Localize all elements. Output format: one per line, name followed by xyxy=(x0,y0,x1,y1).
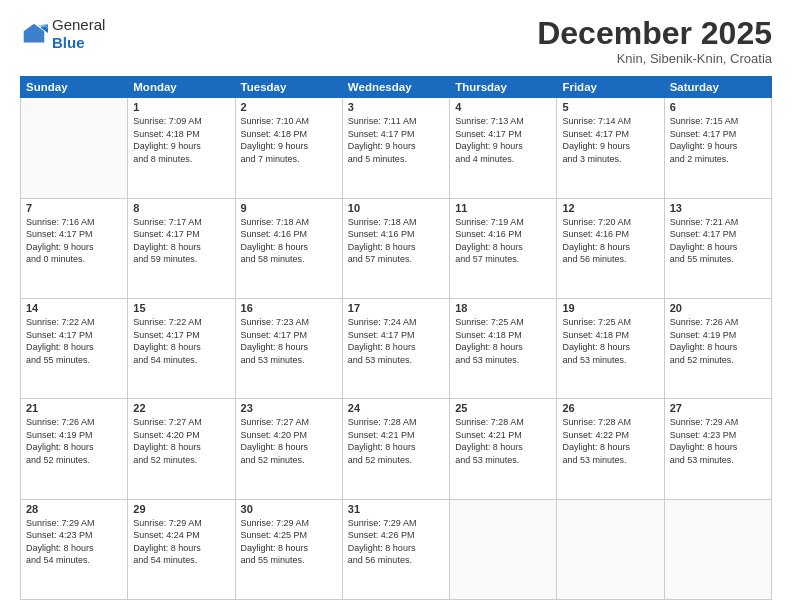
col-saturday: Saturday xyxy=(664,77,771,98)
table-cell: 31Sunrise: 7:29 AMSunset: 4:26 PMDayligh… xyxy=(342,499,449,599)
col-friday: Friday xyxy=(557,77,664,98)
day-info: Sunrise: 7:23 AMSunset: 4:17 PMDaylight:… xyxy=(241,316,337,366)
day-number: 5 xyxy=(562,101,658,113)
table-cell: 3Sunrise: 7:11 AMSunset: 4:17 PMDaylight… xyxy=(342,98,449,198)
day-number: 24 xyxy=(348,402,444,414)
table-cell xyxy=(450,499,557,599)
table-cell: 10Sunrise: 7:18 AMSunset: 4:16 PMDayligh… xyxy=(342,198,449,298)
table-cell: 14Sunrise: 7:22 AMSunset: 4:17 PMDayligh… xyxy=(21,298,128,398)
day-number: 28 xyxy=(26,503,122,515)
day-number: 15 xyxy=(133,302,229,314)
table-cell: 29Sunrise: 7:29 AMSunset: 4:24 PMDayligh… xyxy=(128,499,235,599)
calendar: Sunday Monday Tuesday Wednesday Thursday… xyxy=(20,76,772,600)
day-info: Sunrise: 7:25 AMSunset: 4:18 PMDaylight:… xyxy=(562,316,658,366)
col-thursday: Thursday xyxy=(450,77,557,98)
day-info: Sunrise: 7:28 AMSunset: 4:22 PMDaylight:… xyxy=(562,416,658,466)
day-info: Sunrise: 7:19 AMSunset: 4:16 PMDaylight:… xyxy=(455,216,551,266)
table-cell: 16Sunrise: 7:23 AMSunset: 4:17 PMDayligh… xyxy=(235,298,342,398)
day-number: 31 xyxy=(348,503,444,515)
day-number: 13 xyxy=(670,202,766,214)
day-info: Sunrise: 7:29 AMSunset: 4:26 PMDaylight:… xyxy=(348,517,444,567)
day-info: Sunrise: 7:26 AMSunset: 4:19 PMDaylight:… xyxy=(670,316,766,366)
table-cell: 17Sunrise: 7:24 AMSunset: 4:17 PMDayligh… xyxy=(342,298,449,398)
day-number: 2 xyxy=(241,101,337,113)
day-info: Sunrise: 7:27 AMSunset: 4:20 PMDaylight:… xyxy=(133,416,229,466)
logo-icon xyxy=(20,20,48,48)
week-row-2: 7Sunrise: 7:16 AMSunset: 4:17 PMDaylight… xyxy=(21,198,772,298)
week-row-5: 28Sunrise: 7:29 AMSunset: 4:23 PMDayligh… xyxy=(21,499,772,599)
table-cell: 7Sunrise: 7:16 AMSunset: 4:17 PMDaylight… xyxy=(21,198,128,298)
table-cell: 4Sunrise: 7:13 AMSunset: 4:17 PMDaylight… xyxy=(450,98,557,198)
day-info: Sunrise: 7:29 AMSunset: 4:25 PMDaylight:… xyxy=(241,517,337,567)
day-number: 4 xyxy=(455,101,551,113)
day-number: 18 xyxy=(455,302,551,314)
day-number: 29 xyxy=(133,503,229,515)
page: General Blue December 2025 Knin, Sibenik… xyxy=(0,0,792,612)
day-number: 22 xyxy=(133,402,229,414)
day-info: Sunrise: 7:20 AMSunset: 4:16 PMDaylight:… xyxy=(562,216,658,266)
day-info: Sunrise: 7:22 AMSunset: 4:17 PMDaylight:… xyxy=(26,316,122,366)
col-sunday: Sunday xyxy=(21,77,128,98)
table-cell: 1Sunrise: 7:09 AMSunset: 4:18 PMDaylight… xyxy=(128,98,235,198)
day-info: Sunrise: 7:24 AMSunset: 4:17 PMDaylight:… xyxy=(348,316,444,366)
day-number: 14 xyxy=(26,302,122,314)
logo: General Blue xyxy=(20,16,105,52)
col-wednesday: Wednesday xyxy=(342,77,449,98)
logo-general: General xyxy=(52,16,105,33)
day-number: 26 xyxy=(562,402,658,414)
day-number: 25 xyxy=(455,402,551,414)
calendar-header-row: Sunday Monday Tuesday Wednesday Thursday… xyxy=(21,77,772,98)
table-cell: 22Sunrise: 7:27 AMSunset: 4:20 PMDayligh… xyxy=(128,399,235,499)
table-cell: 11Sunrise: 7:19 AMSunset: 4:16 PMDayligh… xyxy=(450,198,557,298)
day-number: 17 xyxy=(348,302,444,314)
table-cell: 30Sunrise: 7:29 AMSunset: 4:25 PMDayligh… xyxy=(235,499,342,599)
day-info: Sunrise: 7:18 AMSunset: 4:16 PMDaylight:… xyxy=(241,216,337,266)
table-cell: 25Sunrise: 7:28 AMSunset: 4:21 PMDayligh… xyxy=(450,399,557,499)
day-info: Sunrise: 7:10 AMSunset: 4:18 PMDaylight:… xyxy=(241,115,337,165)
day-info: Sunrise: 7:15 AMSunset: 4:17 PMDaylight:… xyxy=(670,115,766,165)
day-info: Sunrise: 7:29 AMSunset: 4:24 PMDaylight:… xyxy=(133,517,229,567)
day-info: Sunrise: 7:25 AMSunset: 4:18 PMDaylight:… xyxy=(455,316,551,366)
day-info: Sunrise: 7:17 AMSunset: 4:17 PMDaylight:… xyxy=(133,216,229,266)
day-info: Sunrise: 7:22 AMSunset: 4:17 PMDaylight:… xyxy=(133,316,229,366)
day-info: Sunrise: 7:29 AMSunset: 4:23 PMDaylight:… xyxy=(670,416,766,466)
day-info: Sunrise: 7:13 AMSunset: 4:17 PMDaylight:… xyxy=(455,115,551,165)
table-cell: 18Sunrise: 7:25 AMSunset: 4:18 PMDayligh… xyxy=(450,298,557,398)
location-subtitle: Knin, Sibenik-Knin, Croatia xyxy=(537,51,772,66)
day-info: Sunrise: 7:14 AMSunset: 4:17 PMDaylight:… xyxy=(562,115,658,165)
day-number: 7 xyxy=(26,202,122,214)
table-cell: 28Sunrise: 7:29 AMSunset: 4:23 PMDayligh… xyxy=(21,499,128,599)
table-cell: 20Sunrise: 7:26 AMSunset: 4:19 PMDayligh… xyxy=(664,298,771,398)
title-block: December 2025 Knin, Sibenik-Knin, Croati… xyxy=(537,16,772,66)
table-cell: 13Sunrise: 7:21 AMSunset: 4:17 PMDayligh… xyxy=(664,198,771,298)
day-info: Sunrise: 7:18 AMSunset: 4:16 PMDaylight:… xyxy=(348,216,444,266)
day-info: Sunrise: 7:21 AMSunset: 4:17 PMDaylight:… xyxy=(670,216,766,266)
week-row-3: 14Sunrise: 7:22 AMSunset: 4:17 PMDayligh… xyxy=(21,298,772,398)
day-info: Sunrise: 7:09 AMSunset: 4:18 PMDaylight:… xyxy=(133,115,229,165)
week-row-1: 1Sunrise: 7:09 AMSunset: 4:18 PMDaylight… xyxy=(21,98,772,198)
week-row-4: 21Sunrise: 7:26 AMSunset: 4:19 PMDayligh… xyxy=(21,399,772,499)
day-number: 27 xyxy=(670,402,766,414)
day-info: Sunrise: 7:11 AMSunset: 4:17 PMDaylight:… xyxy=(348,115,444,165)
col-monday: Monday xyxy=(128,77,235,98)
table-cell: 12Sunrise: 7:20 AMSunset: 4:16 PMDayligh… xyxy=(557,198,664,298)
day-number: 10 xyxy=(348,202,444,214)
day-number: 11 xyxy=(455,202,551,214)
day-number: 23 xyxy=(241,402,337,414)
day-info: Sunrise: 7:26 AMSunset: 4:19 PMDaylight:… xyxy=(26,416,122,466)
day-number: 12 xyxy=(562,202,658,214)
table-cell: 6Sunrise: 7:15 AMSunset: 4:17 PMDaylight… xyxy=(664,98,771,198)
table-cell xyxy=(664,499,771,599)
day-info: Sunrise: 7:29 AMSunset: 4:23 PMDaylight:… xyxy=(26,517,122,567)
table-cell: 5Sunrise: 7:14 AMSunset: 4:17 PMDaylight… xyxy=(557,98,664,198)
day-info: Sunrise: 7:27 AMSunset: 4:20 PMDaylight:… xyxy=(241,416,337,466)
table-cell: 8Sunrise: 7:17 AMSunset: 4:17 PMDaylight… xyxy=(128,198,235,298)
day-number: 19 xyxy=(562,302,658,314)
logo-blue: Blue xyxy=(52,34,85,51)
table-cell: 2Sunrise: 7:10 AMSunset: 4:18 PMDaylight… xyxy=(235,98,342,198)
table-cell: 23Sunrise: 7:27 AMSunset: 4:20 PMDayligh… xyxy=(235,399,342,499)
day-number: 16 xyxy=(241,302,337,314)
table-cell: 24Sunrise: 7:28 AMSunset: 4:21 PMDayligh… xyxy=(342,399,449,499)
day-number: 8 xyxy=(133,202,229,214)
day-number: 6 xyxy=(670,101,766,113)
